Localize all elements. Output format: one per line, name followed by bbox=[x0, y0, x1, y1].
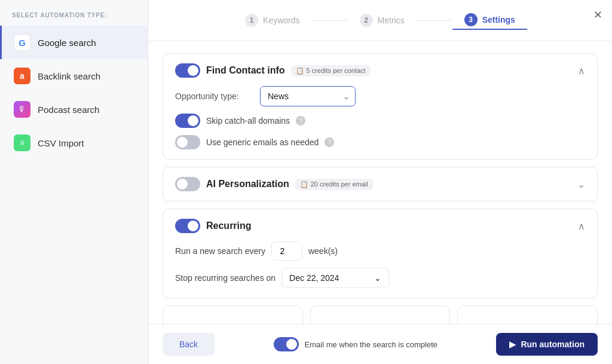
recurring-card: Recurring ∧ Run a new search every week(… bbox=[163, 209, 598, 298]
find-contact-badge: 📋 5 credits per contact bbox=[291, 65, 371, 77]
generic-emails-toggle[interactable] bbox=[175, 135, 200, 149]
recurring-toggle[interactable] bbox=[175, 219, 200, 233]
opportunity-label: Opportunity type: bbox=[175, 91, 253, 101]
run-automation-button[interactable]: ▶ Run automation bbox=[496, 333, 598, 356]
sidebar-item-podcast-search[interactable]: 🎙 Podcast search bbox=[0, 93, 148, 126]
ai-personalization-card: AI Personalization 📋 20 credits per emai… bbox=[163, 167, 598, 201]
podcast-icon: 🎙 bbox=[14, 101, 30, 118]
credit-icon: 📋 bbox=[296, 67, 304, 75]
skip-help-icon[interactable]: ? bbox=[296, 116, 305, 126]
run-play-icon: ▶ bbox=[509, 339, 516, 349]
generic-emails-label: Use generic emails as needed bbox=[206, 137, 319, 147]
opportunity-select-wrap: News Blog Magazine Podcast Other ⌄ bbox=[260, 86, 356, 106]
partial-card-2 bbox=[310, 305, 451, 324]
steps-header: 1 Keywords 2 Metrics 3 Settings ✕ bbox=[148, 0, 612, 41]
skip-catchall-row: Skip catch-all domains ? bbox=[175, 114, 585, 128]
sidebar: SELECT AUTOMATION TYPE: G Google search … bbox=[0, 0, 148, 364]
find-contact-card: Find Contact info 📋 5 credits per contac… bbox=[163, 53, 598, 160]
step-keywords-num: 1 bbox=[245, 14, 258, 27]
run-every-input[interactable] bbox=[271, 241, 302, 261]
sidebar-item-google-label: Google search bbox=[38, 38, 96, 48]
recurring-title: Recurring bbox=[206, 221, 252, 231]
skip-catchall-label: Skip catch-all domains bbox=[206, 116, 290, 126]
google-icon: G bbox=[14, 34, 30, 51]
find-contact-header: Find Contact info 📋 5 credits per contac… bbox=[175, 63, 585, 78]
find-contact-header-left: Find Contact info 📋 5 credits per contac… bbox=[175, 63, 371, 78]
step-settings-label: Settings bbox=[482, 15, 515, 25]
step-metrics-label: Metrics bbox=[378, 16, 405, 25]
recurring-header: Recurring ∧ bbox=[175, 219, 585, 233]
ai-personalization-title: AI Personalization bbox=[206, 179, 289, 189]
ai-credit-icon: 📋 bbox=[300, 181, 308, 188]
partial-card-3 bbox=[457, 305, 598, 324]
sidebar-item-backlink-label: Backlink search bbox=[38, 71, 100, 81]
sidebar-item-podcast-label: Podcast search bbox=[38, 105, 99, 115]
run-automation-label: Run automation bbox=[521, 339, 585, 349]
ai-personalization-badge-text: 20 credits per email bbox=[311, 181, 368, 188]
sidebar-label: SELECT AUTOMATION TYPE: bbox=[0, 12, 148, 26]
step-metrics[interactable]: 2 Metrics bbox=[348, 11, 417, 29]
ai-personalization-chevron-down[interactable]: ⌄ bbox=[577, 179, 585, 190]
sidebar-item-backlink-search[interactable]: a Backlink search bbox=[0, 59, 148, 93]
step-keywords-label: Keywords bbox=[263, 16, 299, 25]
step-metrics-num: 2 bbox=[360, 14, 373, 27]
close-button[interactable]: ✕ bbox=[593, 8, 602, 22]
stop-date-value: Dec 22, 2024 bbox=[289, 273, 339, 283]
step-keywords[interactable]: 1 Keywords bbox=[233, 11, 311, 29]
csv-icon: ≡ bbox=[14, 134, 30, 151]
generic-help-icon[interactable]: ? bbox=[325, 137, 334, 147]
sidebar-item-google-search[interactable]: G Google search bbox=[0, 26, 148, 59]
content-area: Find Contact info 📋 5 credits per contac… bbox=[148, 41, 612, 324]
recurring-header-left: Recurring bbox=[175, 219, 252, 233]
ai-personalization-badge: 📋 20 credits per email bbox=[295, 179, 373, 190]
email-label: Email me when the search is complete bbox=[305, 340, 438, 349]
stop-date-chevron: ⌄ bbox=[374, 273, 381, 283]
stop-date-select[interactable]: Dec 22, 2024 ⌄ bbox=[281, 268, 389, 288]
find-contact-chevron-up[interactable]: ∧ bbox=[578, 65, 585, 77]
run-unit-label: week(s) bbox=[308, 246, 338, 256]
step-settings-num: 3 bbox=[464, 13, 478, 26]
backlink-icon: a bbox=[14, 68, 30, 84]
generic-emails-row: Use generic emails as needed ? bbox=[175, 135, 585, 149]
email-toggle[interactable] bbox=[274, 337, 299, 351]
find-contact-title: Find Contact info bbox=[206, 65, 285, 76]
find-contact-body: Opportunity type: News Blog Magazine Pod… bbox=[175, 86, 585, 149]
ai-personalization-header-left: AI Personalization 📋 20 credits per emai… bbox=[175, 177, 373, 191]
main-panel: 1 Keywords 2 Metrics 3 Settings ✕ Find C… bbox=[148, 0, 612, 364]
ai-personalization-header: AI Personalization 📋 20 credits per emai… bbox=[175, 177, 585, 191]
partial-cards-row bbox=[163, 305, 598, 324]
footer: Back Email me when the search is complet… bbox=[148, 324, 612, 364]
email-toggle-row: Email me when the search is complete bbox=[274, 337, 438, 351]
sidebar-item-csv-import[interactable]: ≡ CSV Import bbox=[0, 126, 148, 160]
step-settings[interactable]: 3 Settings bbox=[452, 11, 527, 30]
run-search-label: Run a new search every bbox=[175, 246, 265, 256]
skip-catchall-toggle[interactable] bbox=[175, 114, 200, 128]
find-contact-toggle[interactable] bbox=[175, 63, 200, 78]
recurring-chevron-up[interactable]: ∧ bbox=[578, 221, 585, 232]
opportunity-row: Opportunity type: News Blog Magazine Pod… bbox=[175, 86, 585, 106]
step-divider-2 bbox=[417, 20, 452, 21]
stop-recurring-label: Stop recurring searches on bbox=[175, 273, 276, 283]
recurring-body: Run a new search every week(s) Stop recu… bbox=[175, 241, 585, 288]
run-search-row: Run a new search every week(s) bbox=[175, 241, 585, 261]
sidebar-item-csv-label: CSV Import bbox=[38, 138, 84, 148]
partial-card-1 bbox=[163, 305, 303, 324]
step-divider-1 bbox=[312, 20, 348, 21]
find-contact-badge-text: 5 credits per contact bbox=[307, 67, 366, 74]
ai-personalization-toggle[interactable] bbox=[175, 177, 200, 191]
back-button[interactable]: Back bbox=[163, 333, 215, 356]
opportunity-select[interactable]: News Blog Magazine Podcast Other bbox=[260, 86, 356, 106]
stop-recurring-row: Stop recurring searches on Dec 22, 2024 … bbox=[175, 268, 585, 288]
